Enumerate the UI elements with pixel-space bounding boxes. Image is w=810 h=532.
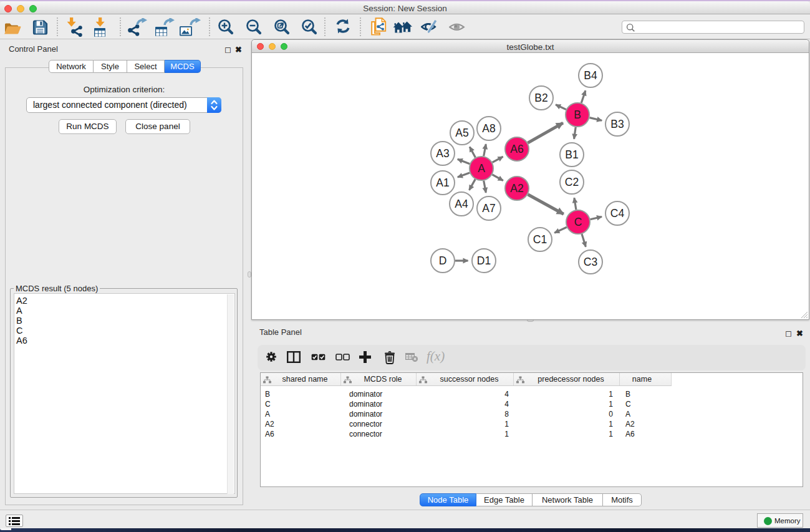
- svg-text:B1: B1: [565, 148, 578, 161]
- svg-text:B4: B4: [584, 69, 597, 82]
- svg-text:A6: A6: [510, 143, 523, 155]
- svg-text:C3: C3: [584, 256, 597, 268]
- svg-text:C2: C2: [565, 176, 579, 188]
- svg-text:A2: A2: [510, 182, 523, 195]
- svg-text:C1: C1: [533, 233, 547, 246]
- svg-text:C: C: [574, 216, 582, 228]
- svg-text:A3: A3: [436, 147, 449, 160]
- svg-text:D1: D1: [477, 254, 491, 267]
- svg-text:A1: A1: [436, 177, 449, 189]
- svg-text:C4: C4: [610, 207, 625, 220]
- svg-text:B: B: [574, 109, 581, 121]
- svg-text:A: A: [478, 162, 485, 175]
- svg-text:B2: B2: [534, 92, 547, 104]
- svg-text:A7: A7: [482, 202, 495, 215]
- svg-text:A4: A4: [455, 198, 468, 210]
- svg-text:A5: A5: [455, 127, 468, 139]
- svg-text:B3: B3: [610, 118, 624, 130]
- svg-text:D: D: [439, 254, 447, 267]
- svg-text:A8: A8: [482, 122, 495, 135]
